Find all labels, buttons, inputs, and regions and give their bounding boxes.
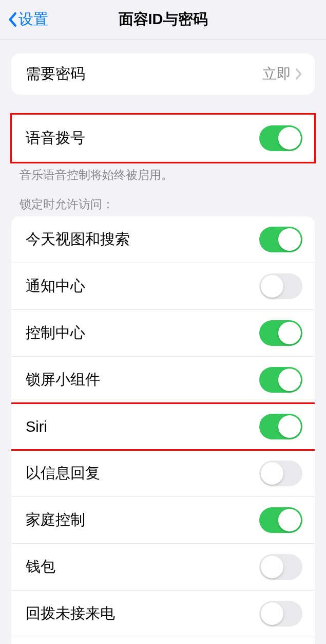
passcode-group: 需要密码 立即 xyxy=(11,53,315,95)
wallet-row: 钱包 xyxy=(11,544,315,591)
back-label: 设置 xyxy=(18,9,48,30)
home-control-row: 家庭控制 xyxy=(11,497,315,544)
siri-toggle[interactable] xyxy=(259,414,302,439)
lock-widgets-toggle[interactable] xyxy=(259,367,302,393)
notification-center-row: 通知中心 xyxy=(11,263,315,310)
today-view-toggle[interactable] xyxy=(259,227,302,252)
voice-dial-footer: 音乐语音控制将始终被启用。 xyxy=(0,161,326,183)
reply-message-row: 以信息回复 xyxy=(11,450,315,497)
voice-dial-label: 语音拨号 xyxy=(26,128,85,149)
today-view-row: 今天视图和搜索 xyxy=(11,216,315,263)
return-call-label: 回拨未接来电 xyxy=(26,603,115,624)
voice-dial-group: 语音拨号 xyxy=(11,115,315,161)
toggle-knob xyxy=(278,127,301,150)
voice-dial-wrapper: 语音拨号 xyxy=(0,115,326,161)
usb-accessories-row: USB配件 xyxy=(11,637,315,644)
voice-dial-toggle[interactable] xyxy=(259,125,302,151)
home-control-toggle[interactable] xyxy=(259,507,302,533)
siri-row: Siri xyxy=(11,403,315,450)
notification-center-toggle[interactable] xyxy=(259,273,302,299)
today-view-label: 今天视图和搜索 xyxy=(26,229,130,250)
siri-label: Siri xyxy=(26,418,47,435)
reply-message-label: 以信息回复 xyxy=(26,463,100,484)
reply-message-toggle[interactable] xyxy=(259,461,302,486)
navigation-header: 设置 面容ID与密码 xyxy=(0,0,326,40)
page-title: 面容ID与密码 xyxy=(119,9,208,30)
home-control-label: 家庭控制 xyxy=(26,510,85,530)
back-button[interactable]: 设置 xyxy=(7,9,48,30)
return-call-toggle[interactable] xyxy=(259,601,302,627)
control-center-row: 控制中心 xyxy=(11,310,315,357)
lock-widgets-label: 锁屏小组件 xyxy=(26,370,100,390)
chevron-left-icon xyxy=(7,12,17,27)
lock-widgets-row: 锁屏小组件 xyxy=(11,357,315,403)
return-call-row: 回拨未接来电 xyxy=(11,591,315,637)
chevron-right-icon xyxy=(295,68,302,80)
notification-center-label: 通知中心 xyxy=(26,276,85,297)
require-passcode-value: 立即 xyxy=(262,64,302,84)
settings-content: 需要密码 立即 语音拨号 音乐语音控制将始终被启用。 锁定时允许访问： 今天视图… xyxy=(0,53,326,644)
wallet-toggle[interactable] xyxy=(259,554,302,580)
voice-dial-row: 语音拨号 xyxy=(11,115,315,161)
lock-access-group: 今天视图和搜索 通知中心 控制中心 锁屏小组件 Siri 以信息回复 家庭控制 xyxy=(11,216,315,644)
control-center-toggle[interactable] xyxy=(259,320,302,346)
require-passcode-label: 需要密码 xyxy=(26,64,85,84)
lock-access-header: 锁定时允许访问： xyxy=(0,196,326,216)
require-passcode-row[interactable]: 需要密码 立即 xyxy=(11,53,315,95)
control-center-label: 控制中心 xyxy=(26,323,85,343)
wallet-label: 钱包 xyxy=(26,557,55,577)
